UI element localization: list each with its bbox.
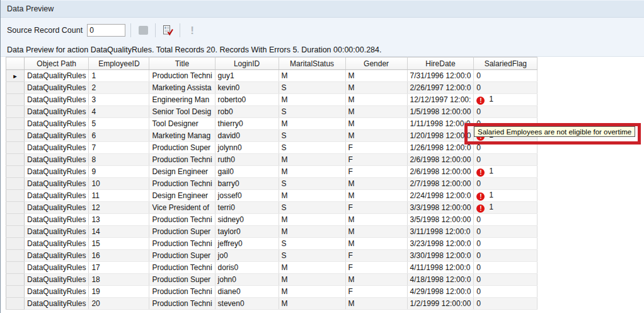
cell-salaried-flag[interactable]: 0 <box>474 82 538 94</box>
cell-object-path[interactable]: DataQualityRules <box>25 238 89 250</box>
cell-salaried-flag[interactable]: 0 <box>474 250 538 262</box>
cell-employee-id[interactable]: 15 <box>89 238 149 250</box>
row-selector[interactable] <box>6 274 25 286</box>
cell-salaried-flag[interactable]: 0 <box>474 286 538 298</box>
stop-square-icon[interactable] <box>136 23 150 38</box>
cell-login-id[interactable]: jossef0 <box>215 190 279 202</box>
row-selector[interactable] <box>6 202 25 214</box>
cell-title[interactable]: Production Techni <box>149 238 215 250</box>
row-selector[interactable] <box>6 226 25 238</box>
cell-title[interactable]: Production Techni <box>149 298 215 310</box>
cell-title[interactable]: Design Engineer <box>149 190 215 202</box>
cell-login-id[interactable]: jeffrey0 <box>215 238 279 250</box>
cell-marital-status[interactable]: M <box>279 154 345 166</box>
cell-login-id[interactable]: sidney0 <box>215 214 279 226</box>
cell-login-id[interactable]: taylor0 <box>215 226 279 238</box>
cell-salaried-flag[interactable]: 0 <box>474 226 538 238</box>
cell-login-id[interactable]: barry0 <box>215 178 279 190</box>
cell-salaried-flag[interactable]: !1 <box>474 202 538 214</box>
cell-employee-id[interactable]: 7 <box>89 142 149 154</box>
row-selector[interactable] <box>6 166 25 178</box>
cell-gender[interactable]: F <box>345 262 407 274</box>
cell-object-path[interactable]: DataQualityRules <box>25 274 89 286</box>
cell-gender[interactable]: M <box>345 106 407 118</box>
cell-login-id[interactable]: john0 <box>215 274 279 286</box>
cell-object-path[interactable]: DataQualityRules <box>25 298 89 310</box>
row-selector[interactable] <box>6 178 25 190</box>
cell-title[interactable]: Production Super <box>149 250 215 262</box>
cell-employee-id[interactable]: 3 <box>89 94 149 106</box>
cell-gender[interactable]: M <box>345 94 407 106</box>
cell-hire-date[interactable]: 7/31/1996 12:00:0 <box>407 70 474 82</box>
cell-title[interactable]: Marketing Assista <box>149 82 215 94</box>
row-selector-header[interactable] <box>6 57 25 70</box>
column-header-maritalstatus[interactable]: MaritalStatus <box>279 57 345 70</box>
cell-login-id[interactable]: kevin0 <box>215 82 279 94</box>
cell-login-id[interactable]: terri0 <box>215 202 279 214</box>
cell-object-path[interactable]: DataQualityRules <box>25 202 89 214</box>
cell-hire-date[interactable]: 3/5/1998 12:00:00 <box>407 214 474 226</box>
cell-login-id[interactable]: diane0 <box>215 286 279 298</box>
cell-gender[interactable]: M <box>345 298 407 310</box>
cell-employee-id[interactable]: 14 <box>89 226 149 238</box>
row-selector[interactable] <box>6 118 25 130</box>
cell-login-id[interactable]: rob0 <box>215 106 279 118</box>
cell-object-path[interactable]: DataQualityRules <box>25 178 89 190</box>
row-selector[interactable] <box>6 154 25 166</box>
cell-object-path[interactable]: DataQualityRules <box>25 142 89 154</box>
cell-title[interactable]: Production Super <box>149 142 215 154</box>
cell-employee-id[interactable]: 18 <box>89 274 149 286</box>
cell-employee-id[interactable]: 19 <box>89 286 149 298</box>
cell-salaried-flag[interactable]: 0 <box>474 154 538 166</box>
cell-hire-date[interactable]: 3/23/1998 12:00:0 <box>407 238 474 250</box>
report-check-icon[interactable] <box>161 23 175 38</box>
cell-login-id[interactable]: guy1 <box>215 70 279 82</box>
cell-login-id[interactable]: ruth0 <box>215 154 279 166</box>
cell-login-id[interactable]: doris0 <box>215 262 279 274</box>
cell-hire-date[interactable]: 3/30/1998 12:00:0 <box>407 250 474 262</box>
column-header-hiredate[interactable]: HireDate <box>407 57 474 70</box>
cell-marital-status[interactable]: M <box>279 190 345 202</box>
row-selector[interactable] <box>6 190 25 202</box>
cell-hire-date[interactable]: 1/20/1998 12:00:0 <box>407 130 474 142</box>
cell-login-id[interactable]: thierry0 <box>215 118 279 130</box>
cell-title[interactable]: Production Techni <box>149 70 215 82</box>
cell-marital-status[interactable]: S <box>279 202 345 214</box>
cell-marital-status[interactable]: S <box>279 130 345 142</box>
cell-hire-date[interactable]: 2/6/1998 12:00:00 <box>407 166 474 178</box>
cell-salaried-flag[interactable]: 0 <box>474 106 538 118</box>
column-header-employeeid[interactable]: EmployeeID <box>89 57 149 70</box>
cell-employee-id[interactable]: 2 <box>89 82 149 94</box>
cell-object-path[interactable]: DataQualityRules <box>25 286 89 298</box>
cell-login-id[interactable]: gail0 <box>215 166 279 178</box>
cell-marital-status[interactable]: M <box>279 94 345 106</box>
cell-gender[interactable]: F <box>345 154 407 166</box>
cell-marital-status[interactable]: M <box>279 226 345 238</box>
cell-salaried-flag[interactable]: 0 <box>474 262 538 274</box>
cell-object-path[interactable]: DataQualityRules <box>25 250 89 262</box>
cell-hire-date[interactable]: 1/2/1999 12:00:00 <box>407 298 474 310</box>
row-selector[interactable] <box>6 94 25 106</box>
row-selector[interactable] <box>6 262 25 274</box>
cell-title[interactable]: Production Techni <box>149 286 215 298</box>
cell-title[interactable]: Production Techni <box>149 154 215 166</box>
cell-salaried-flag[interactable]: 0 <box>474 274 538 286</box>
cell-salaried-flag[interactable]: 0 <box>474 214 538 226</box>
cell-gender[interactable]: M <box>345 82 407 94</box>
cell-object-path[interactable]: DataQualityRules <box>25 262 89 274</box>
cell-gender[interactable]: M <box>345 178 407 190</box>
column-header-loginid[interactable]: LoginID <box>215 57 279 70</box>
cell-employee-id[interactable]: 9 <box>89 166 149 178</box>
cell-login-id[interactable]: steven0 <box>215 298 279 310</box>
cell-marital-status[interactable]: M <box>279 298 345 310</box>
cell-employee-id[interactable]: 8 <box>89 154 149 166</box>
cell-gender[interactable]: F <box>345 142 407 154</box>
cell-hire-date[interactable]: 2/26/1997 12:00:0 <box>407 82 474 94</box>
cell-salaried-flag[interactable]: 0 <box>474 238 538 250</box>
cell-gender[interactable]: M <box>345 118 407 130</box>
cell-object-path[interactable]: DataQualityRules <box>25 70 89 82</box>
cell-login-id[interactable]: jo0 <box>215 250 279 262</box>
cell-salaried-flag[interactable]: !1 <box>474 190 538 202</box>
row-selector[interactable] <box>6 142 25 154</box>
cell-salaried-flag[interactable]: !1 <box>474 166 538 178</box>
